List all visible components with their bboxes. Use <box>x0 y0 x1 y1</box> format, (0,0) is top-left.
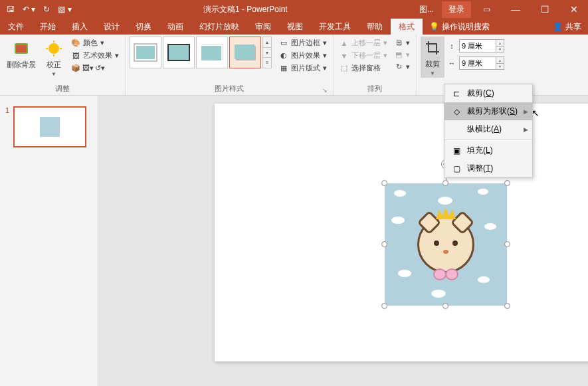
slide-thumbnails-panel: 1 <box>0 96 98 386</box>
undo-icon[interactable]: ↶ ▾ <box>23 5 35 14</box>
tab-design[interactable]: 设计 <box>96 19 128 35</box>
height-icon: ↕ <box>447 41 456 50</box>
border-icon: ▭ <box>279 39 288 48</box>
group-icon: ⬒ <box>394 50 403 59</box>
fit-icon: ▢ <box>451 163 462 174</box>
crop-icon: ⊏ <box>451 88 462 99</box>
width-spinner: ↔ ▴▾ <box>447 56 504 70</box>
maximize-button[interactable]: ☐ <box>531 0 559 19</box>
gallery-up-icon[interactable]: ▴ <box>263 37 271 48</box>
window-title: 演示文稿1 - PowerPoint <box>78 4 413 15</box>
minimize-button[interactable]: — <box>502 0 530 19</box>
artistic-effects-button[interactable]: 🖼艺术效果 ▾ <box>69 49 121 62</box>
resize-handle-ne[interactable] <box>504 180 510 186</box>
spin-down-icon[interactable]: ▾ <box>496 47 504 52</box>
style-thumb-3[interactable] <box>196 37 228 68</box>
menu-fill[interactable]: ▣ 填充(L) <box>444 142 532 159</box>
resize-handle-n[interactable] <box>442 180 448 186</box>
title-bar: 🖫 ↶ ▾ ↻ ▧ ▾ 演示文稿1 - PowerPoint 图... 登录 ▭… <box>0 0 588 19</box>
resize-handle-s[interactable] <box>442 303 448 309</box>
menu-crop-to-shape[interactable]: ◇ 裁剪为形状(S) ▶ <box>444 102 532 120</box>
thumbnail-1[interactable]: 1 <box>5 106 92 147</box>
share-button[interactable]: 👤共享 <box>546 19 588 35</box>
resize-handle-sw[interactable] <box>381 303 387 309</box>
style-thumb-2[interactable] <box>163 37 195 68</box>
selection-icon: ⬚ <box>340 64 349 73</box>
picture-border-button[interactable]: ▭图片边框 ▾ <box>277 37 329 49</box>
spin-up-icon[interactable]: ▴ <box>496 40 504 47</box>
menu-fit[interactable]: ▢ 调整(T) <box>444 159 532 177</box>
spin-down-icon[interactable]: ▾ <box>496 64 504 70</box>
gallery-scroll: ▴ ▾ ≡ <box>262 37 272 68</box>
resize-handle-nw[interactable] <box>381 180 387 186</box>
menu-crop[interactable]: ⊏ 裁剪(C) <box>444 84 532 102</box>
gallery-more-icon[interactable]: ≡ <box>263 58 271 68</box>
compress-icon[interactable]: 📦 <box>71 63 80 72</box>
resize-handle-e[interactable] <box>504 241 510 247</box>
login-button[interactable]: 登录 <box>442 1 471 18</box>
crop-dropdown: ⊏ 裁剪(C) ◇ 裁剪为形状(S) ▶ 纵横比(A) ▶ ▣ 填充(L) ▢ … <box>444 84 533 178</box>
resize-handle-se[interactable] <box>504 303 510 309</box>
color-button[interactable]: 🎨颜色 ▾ <box>69 37 121 49</box>
group-label-adjust: 调整 <box>4 84 121 95</box>
start-from-beginning-icon[interactable]: ▧ ▾ <box>58 5 71 14</box>
picture-styles-gallery[interactable]: ▴ ▾ ≡ <box>130 37 272 68</box>
selected-picture[interactable]: ⟳ <box>385 183 507 306</box>
menu-separator <box>444 140 532 140</box>
tab-insert[interactable]: 插入 <box>64 19 96 35</box>
tell-me[interactable]: 💡操作说明搜索 <box>423 19 496 35</box>
width-input[interactable] <box>459 56 496 70</box>
tab-review[interactable]: 审阅 <box>247 19 279 35</box>
group-button: ⬒▾ <box>392 48 412 60</box>
tab-developer[interactable]: 开发工具 <box>311 19 359 35</box>
resize-handle-w[interactable] <box>381 241 387 247</box>
height-spinner: ↕ ▴▾ <box>447 39 504 52</box>
reset-picture-icon[interactable]: ↺▾ <box>95 63 104 72</box>
height-input[interactable] <box>459 39 496 52</box>
remove-bg-icon <box>11 39 31 58</box>
tab-transitions[interactable]: 切换 <box>128 19 159 35</box>
fill-icon: ▣ <box>451 145 462 156</box>
tab-animations[interactable]: 动画 <box>159 19 191 35</box>
tab-home[interactable]: 开始 <box>32 19 64 35</box>
tab-help[interactable]: 帮助 <box>359 19 391 35</box>
gallery-down-icon[interactable]: ▾ <box>263 48 271 58</box>
thumbnail-number: 1 <box>5 106 9 147</box>
redo-icon[interactable]: ↻ <box>43 5 50 14</box>
bring-forward-button: ▲上移一层 ▾ <box>338 37 389 49</box>
close-button[interactable]: ✕ <box>560 0 588 19</box>
align-button[interactable]: ⊞▾ <box>392 37 412 48</box>
svg-rect-13 <box>235 45 254 59</box>
thumbnail-content <box>40 117 60 137</box>
ribbon-options-icon[interactable]: ▭ <box>472 0 500 19</box>
spin-up-icon[interactable]: ▴ <box>496 57 504 64</box>
save-icon[interactable]: 🖫 <box>7 5 15 14</box>
ribbon-tabs: 文件 开始 插入 设计 切换 动画 幻灯片放映 审阅 视图 开发工具 帮助 格式… <box>0 19 588 35</box>
chevron-down-icon: ▼ <box>51 71 56 77</box>
tab-file[interactable]: 文件 <box>0 19 32 35</box>
artistic-icon: 🖼 <box>71 51 80 60</box>
tab-format[interactable]: 格式 <box>391 19 423 35</box>
tab-view[interactable]: 视图 <box>279 19 311 35</box>
svg-rect-8 <box>136 46 155 59</box>
remove-background-button[interactable]: 删除背景 <box>4 37 39 72</box>
corrections-icon <box>44 39 64 58</box>
width-icon: ↔ <box>447 58 456 68</box>
color-icon: 🎨 <box>71 39 80 48</box>
style-thumb-4[interactable] <box>229 37 261 68</box>
crop-button[interactable]: 裁剪 ▼ <box>421 37 444 78</box>
selection-pane-button[interactable]: ⬚选择窗格 <box>338 62 389 74</box>
group-arrange: ▲上移一层 ▾ ▼下移一层 ▾ ⬚选择窗格 ⊞▾ ⬒▾ ↻▾ 排列 <box>334 35 417 95</box>
corrections-button[interactable]: 校正 ▼ <box>41 37 66 79</box>
dialog-launcher-icon[interactable]: ↘ <box>322 87 328 94</box>
picture-effects-button[interactable]: ◐图片效果 ▾ <box>277 49 329 62</box>
picture-content <box>385 183 507 306</box>
change-picture-icon[interactable]: 🖼▾ <box>83 63 92 72</box>
rotate-button[interactable]: ↻▾ <box>392 60 412 72</box>
style-thumb-1[interactable] <box>130 37 161 68</box>
cat-illustration <box>417 216 474 273</box>
menu-aspect-ratio[interactable]: 纵横比(A) ▶ <box>444 120 532 138</box>
picture-layout-button[interactable]: ▦图片版式 ▾ <box>277 62 329 74</box>
tab-slideshow[interactable]: 幻灯片放映 <box>191 19 247 35</box>
submenu-arrow-icon: ▶ <box>524 108 528 115</box>
